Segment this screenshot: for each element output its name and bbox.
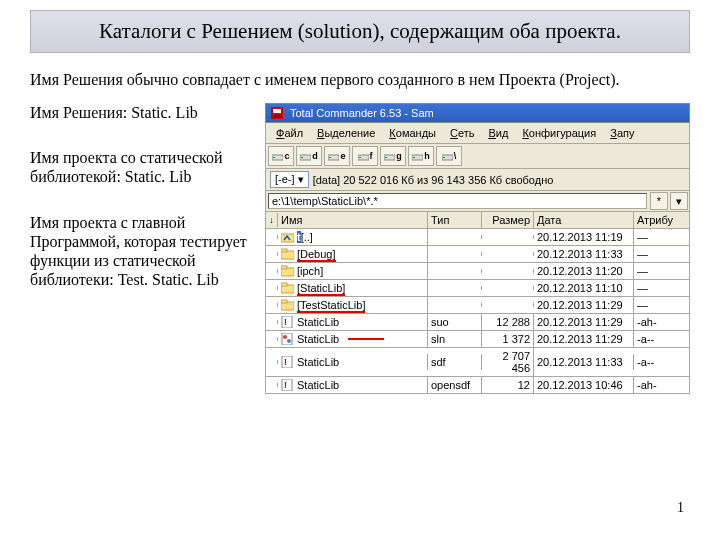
table-row[interactable]: [StaticLib]20.12.2013 11:10— bbox=[265, 280, 690, 297]
favorites-button[interactable]: ▾ bbox=[670, 192, 688, 210]
svg-rect-17 bbox=[281, 234, 294, 242]
header-name[interactable]: Имя bbox=[278, 212, 428, 228]
svg-point-29 bbox=[283, 335, 287, 339]
folder-icon bbox=[281, 282, 294, 294]
drive-button-e[interactable]: e bbox=[324, 146, 350, 166]
svg-rect-6 bbox=[301, 157, 303, 158]
window-title: Total Commander 6.53 - Sam bbox=[290, 107, 434, 119]
path-field[interactable]: e:\1\temp\StaticLib\*.* bbox=[268, 193, 647, 209]
svg-rect-4 bbox=[273, 157, 275, 158]
drive-icon bbox=[272, 152, 283, 161]
drive-icon bbox=[358, 152, 369, 161]
disk-icon bbox=[270, 106, 284, 120]
svg-rect-25 bbox=[281, 300, 287, 303]
menu-item[interactable]: Конфигурация bbox=[516, 125, 602, 141]
drive-button-f[interactable]: f bbox=[352, 146, 378, 166]
table-row[interactable]: [TestStaticLib]20.12.2013 11:29— bbox=[265, 297, 690, 314]
note-3: Имя проекта с главной Программой, котора… bbox=[30, 213, 255, 290]
drive-icon bbox=[412, 152, 423, 161]
sort-indicator[interactable]: ↓ bbox=[266, 213, 278, 227]
folder-icon bbox=[281, 299, 294, 311]
header-date[interactable]: Дата bbox=[534, 212, 634, 228]
drive-button-\[interactable]: \ bbox=[436, 146, 462, 166]
menu-item[interactable]: Запу bbox=[604, 125, 640, 141]
column-headers[interactable]: ↓ Имя Тип Размер Дата Атрибу bbox=[265, 212, 690, 229]
svg-rect-28 bbox=[282, 333, 292, 345]
header-ext[interactable]: Тип bbox=[428, 212, 482, 228]
svg-rect-12 bbox=[385, 157, 387, 158]
file-icon: ! bbox=[281, 379, 294, 391]
table-row[interactable]: !StaticLibopensdf1220.12.2013 10:46-ah- bbox=[265, 377, 690, 394]
history-button[interactable]: * bbox=[650, 192, 668, 210]
menu-item[interactable]: Файл bbox=[270, 125, 309, 141]
table-row[interactable]: !StaticLibsdf2 707 45620.12.2013 11:33-a… bbox=[265, 348, 690, 377]
menubar: ФайлВыделениеКомандыСетьВидКонфигурацияЗ… bbox=[265, 123, 690, 144]
svg-rect-10 bbox=[359, 157, 361, 158]
note-2: Имя проекта со статической библиотекой: … bbox=[30, 148, 255, 186]
table-row[interactable]: StaticLibsln1 37220.12.2013 11:29-a-- bbox=[265, 331, 690, 348]
note-1: Имя Решения: Static. Lib bbox=[30, 103, 255, 122]
header-size[interactable]: Размер bbox=[482, 212, 534, 228]
drive-icon bbox=[328, 152, 339, 161]
menu-item[interactable]: Вид bbox=[482, 125, 514, 141]
table-row[interactable]: [Debug]20.12.2013 11:33— bbox=[265, 246, 690, 263]
free-space-label: [data] 20 522 016 Кб из 96 143 356 Кб св… bbox=[313, 174, 554, 186]
drive-selector[interactable]: [-e-] ▾ bbox=[270, 171, 309, 188]
svg-rect-19 bbox=[281, 249, 287, 252]
notes-column: Имя Решения: Static. Lib Имя проекта со … bbox=[30, 103, 255, 394]
file-list: t[..]20.12.2013 11:19—[Debug]20.12.2013 … bbox=[265, 229, 690, 394]
folder-icon bbox=[281, 248, 294, 260]
menu-item[interactable]: Выделение bbox=[311, 125, 381, 141]
sln-file-icon bbox=[281, 333, 294, 345]
drive-button-d[interactable]: d bbox=[296, 146, 322, 166]
svg-rect-2 bbox=[274, 115, 280, 118]
svg-text:!: ! bbox=[284, 380, 287, 390]
table-row[interactable]: !StaticLibsuo12 28820.12.2013 11:29-ah- bbox=[265, 314, 690, 331]
window-titlebar[interactable]: Total Commander 6.53 - Sam bbox=[265, 103, 690, 123]
menu-item[interactable]: Сеть bbox=[444, 125, 480, 141]
parent-folder-icon bbox=[281, 231, 294, 243]
drive-icon bbox=[300, 152, 311, 161]
drive-toolbar: cdefgh\ bbox=[265, 144, 690, 169]
drive-icon bbox=[384, 152, 395, 161]
svg-text:!: ! bbox=[284, 357, 287, 367]
svg-rect-21 bbox=[281, 266, 287, 269]
slide-title: Каталоги с Решением (solution), содержащ… bbox=[30, 10, 690, 53]
chevron-down-icon: ▾ bbox=[298, 173, 304, 185]
drive-button-h[interactable]: h bbox=[408, 146, 434, 166]
table-row[interactable]: [ipch]20.12.2013 11:20— bbox=[265, 263, 690, 280]
svg-rect-23 bbox=[281, 283, 287, 286]
svg-rect-14 bbox=[413, 157, 415, 158]
svg-point-30 bbox=[287, 339, 291, 343]
drive-button-c[interactable]: c bbox=[268, 146, 294, 166]
intro-text: Имя Решения обычно совпадает с именем пе… bbox=[30, 71, 690, 89]
drive-icon bbox=[442, 152, 453, 161]
path-bar: e:\1\temp\StaticLib\*.* * ▾ bbox=[265, 191, 690, 212]
file-icon: ! bbox=[281, 316, 294, 328]
svg-rect-1 bbox=[273, 109, 281, 113]
page-number: 1 bbox=[677, 500, 684, 516]
folder-icon bbox=[281, 265, 294, 277]
svg-rect-8 bbox=[329, 157, 331, 158]
svg-rect-16 bbox=[443, 157, 445, 158]
total-commander-window: Total Commander 6.53 - Sam ФайлВыделение… bbox=[265, 103, 690, 394]
drive-button-g[interactable]: g bbox=[380, 146, 406, 166]
table-row[interactable]: t[..]20.12.2013 11:19— bbox=[265, 229, 690, 246]
file-icon: ! bbox=[281, 356, 294, 368]
drive-status-bar: [-e-] ▾ [data] 20 522 016 Кб из 96 143 3… bbox=[265, 169, 690, 191]
svg-text:!: ! bbox=[284, 317, 287, 327]
menu-item[interactable]: Команды bbox=[383, 125, 442, 141]
header-attr[interactable]: Атрибу bbox=[634, 212, 689, 228]
